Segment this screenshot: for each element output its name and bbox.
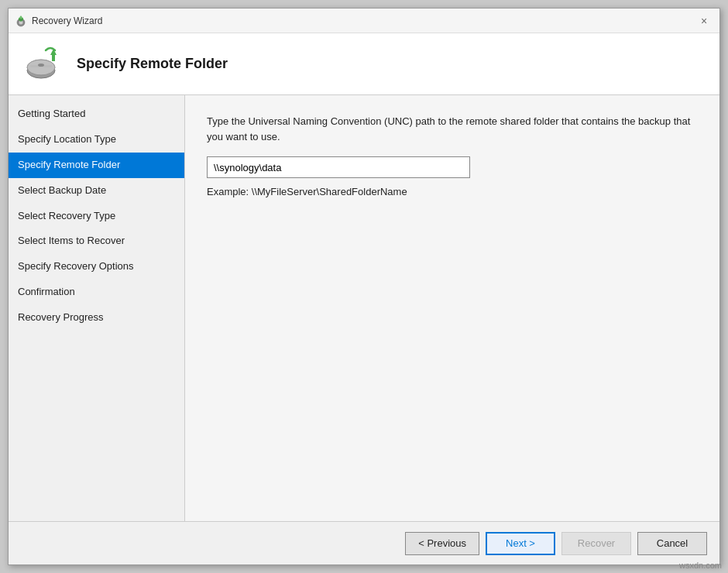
sidebar-item-specify-remote-folder[interactable]: Specify Remote Folder bbox=[9, 153, 184, 178]
header-area: Specify Remote Folder bbox=[9, 33, 719, 95]
watermark: wsxdn.com bbox=[679, 561, 722, 570]
recover-button[interactable]: Recover bbox=[561, 532, 631, 555]
sidebar-item-select-backup-date[interactable]: Select Backup Date bbox=[9, 178, 184, 204]
disk-recovery-icon bbox=[24, 44, 63, 83]
cancel-button[interactable]: Cancel bbox=[637, 532, 707, 555]
sidebar-item-confirmation[interactable]: Confirmation bbox=[9, 280, 184, 305]
main-content: Type the Universal Naming Convention (UN… bbox=[185, 95, 719, 521]
close-button[interactable]: × bbox=[695, 12, 713, 30]
recovery-wizard-window: Recovery Wizard × Specify Remote Folder bbox=[8, 8, 720, 565]
sidebar-item-select-items-to-recover[interactable]: Select Items to Recover bbox=[9, 228, 184, 254]
footer: < Previous Next > Recover Cancel bbox=[9, 521, 719, 564]
description-text: Type the Universal Naming Convention (UN… bbox=[207, 114, 698, 144]
sidebar: Getting Started Specify Location Type Sp… bbox=[9, 95, 185, 521]
svg-rect-10 bbox=[52, 55, 55, 61]
sidebar-item-recovery-progress[interactable]: Recovery Progress bbox=[9, 305, 184, 331]
titlebar-icon bbox=[15, 15, 27, 27]
next-button[interactable]: Next > bbox=[486, 532, 555, 555]
window-title: Recovery Wizard bbox=[32, 15, 695, 26]
sidebar-item-specify-location-type[interactable]: Specify Location Type bbox=[9, 127, 184, 153]
svg-point-8 bbox=[38, 63, 44, 67]
previous-button[interactable]: < Previous bbox=[405, 532, 479, 555]
sidebar-item-getting-started[interactable]: Getting Started bbox=[9, 101, 184, 127]
titlebar: Recovery Wizard × bbox=[9, 9, 719, 33]
content-area: Getting Started Specify Location Type Sp… bbox=[9, 95, 719, 521]
sidebar-item-specify-recovery-options[interactable]: Specify Recovery Options bbox=[9, 254, 184, 280]
sidebar-item-select-recovery-type[interactable]: Select Recovery Type bbox=[9, 204, 184, 229]
unc-path-input[interactable] bbox=[207, 156, 470, 178]
header-icon bbox=[24, 44, 64, 84]
svg-marker-3 bbox=[19, 15, 23, 19]
example-text: Example: \\MyFileServer\SharedFolderName bbox=[207, 186, 698, 197]
page-title: Specify Remote Folder bbox=[77, 56, 228, 72]
